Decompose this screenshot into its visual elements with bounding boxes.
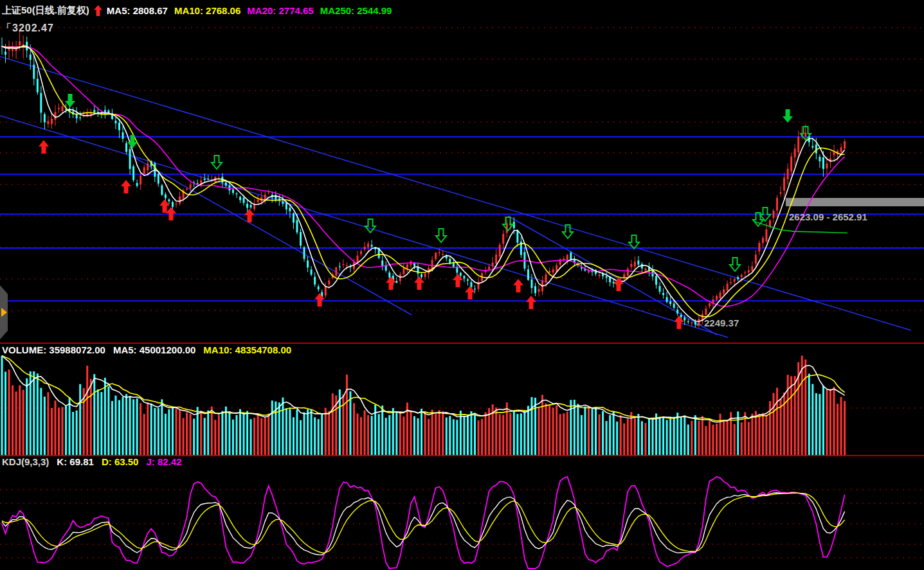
buy-signal-arrow-icon (244, 209, 255, 222)
price-range-label: 2623.09 - 2652.91 (789, 211, 867, 222)
kdj-lines-layer (2, 477, 845, 569)
ma5-value: MA5: 2808.67 (107, 5, 168, 16)
volume-ma10-value: MA10: 48354708.00 (203, 344, 291, 355)
lowest-price-label: ←2249.37 (694, 317, 739, 328)
left-panel-expand-tab[interactable] (0, 285, 8, 339)
ma20-value: MA20: 2774.65 (247, 5, 313, 16)
buy-signal-arrow-icon (453, 274, 463, 287)
buy-signal-arrow-icon (674, 316, 684, 329)
buy-signal-arrow-icon (121, 180, 131, 193)
trendlines-layer (0, 57, 911, 337)
kdj-header: KDJ(9,3,3) K: 69.81 D: 63.50 J: 82.42 (2, 456, 182, 467)
candles-layer (1, 31, 846, 327)
trend-up-arrow-icon (94, 5, 102, 16)
buy-signal-arrow-icon (314, 293, 325, 307)
kdj-k-value: K: 69.81 (57, 456, 94, 467)
sell-signal-hollow-arrow-icon (730, 258, 740, 271)
volume-value: VOLUME: 35988072.00 (2, 344, 105, 355)
sell-signal-hollow-arrow-icon (436, 229, 446, 242)
volume-bars-layer (1, 355, 846, 455)
buy-signal-arrow-icon (414, 276, 424, 290)
high-marker-icon: 「 (1, 22, 12, 33)
ma10-value: MA10: 2768.06 (174, 5, 240, 16)
signal-arrows-layer (39, 94, 811, 329)
main-chart-header: 上证50(日线.前复权) MA5: 2808.67 MA10: 2768.06 … (2, 4, 392, 17)
sell-signal-arrow-icon (783, 109, 793, 123)
highest-price-label: 「3202.47 (1, 22, 54, 35)
kdj-d-value: D: 63.50 (102, 456, 139, 467)
sell-signal-hollow-arrow-icon (503, 217, 513, 231)
volume-ma5-value: MA5: 45001200.00 (113, 344, 195, 355)
sell-signal-hollow-arrow-icon (365, 219, 376, 233)
sell-signal-arrow-icon (65, 94, 75, 107)
symbol-title: 上证50(日线.前复权) (2, 4, 89, 17)
chart-canvas[interactable] (0, 0, 924, 570)
ma250-value: MA250: 2544.99 (320, 5, 392, 16)
stock-chart-window: 上证50(日线.前复权) MA5: 2808.67 MA10: 2768.06 … (0, 0, 924, 570)
buy-signal-arrow-icon (513, 279, 523, 292)
volume-header: VOLUME: 35988072.00 MA5: 45001200.00 MA1… (2, 344, 291, 355)
kdj-name: KDJ(9,3,3) (2, 456, 49, 467)
buy-signal-arrow-icon (386, 276, 396, 290)
pane-dividers-layer (0, 343, 924, 456)
buy-signal-arrow-icon (526, 296, 536, 309)
sell-signal-hollow-arrow-icon (212, 156, 222, 169)
range-band-layer (786, 198, 924, 206)
high-value: 3202.47 (12, 22, 54, 33)
expand-right-arrow-icon (1, 308, 7, 317)
buy-signal-arrow-icon (465, 286, 475, 299)
buy-signal-arrow-icon (39, 140, 49, 154)
kdj-j-value: J: 82.42 (146, 456, 181, 467)
